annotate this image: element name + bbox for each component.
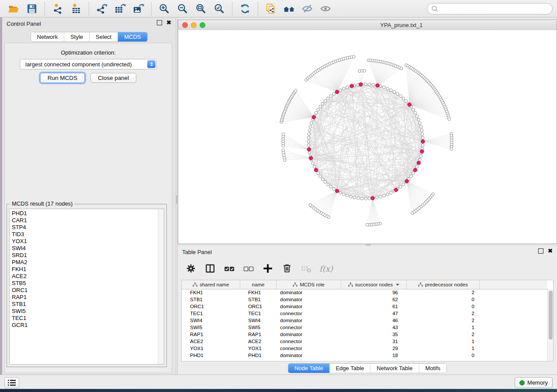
scrollbar-thumb[interactable] (549, 291, 553, 340)
graph-node[interactable] (400, 67, 403, 70)
graph-node[interactable] (332, 93, 336, 96)
graph-node[interactable] (319, 105, 322, 108)
memory-button[interactable]: Memory (515, 377, 553, 388)
graph-node[interactable] (317, 108, 320, 111)
graph-hub-node[interactable] (371, 196, 374, 200)
graph-node[interactable] (390, 191, 393, 194)
graph-hub-node[interactable] (394, 188, 398, 192)
graph-node[interactable] (353, 196, 356, 199)
graph-node[interactable] (368, 197, 371, 200)
table-row[interactable]: RAP1RAP1dominator352 (182, 331, 547, 338)
graph-node[interactable] (294, 89, 298, 92)
graph-node[interactable] (329, 186, 332, 189)
graph-node[interactable] (412, 172, 415, 175)
graph-node[interactable] (368, 83, 371, 86)
import-network-icon[interactable] (51, 2, 64, 15)
table-row[interactable]: TEC1TEC1connector472 (182, 310, 547, 317)
tab-style[interactable]: Style (64, 32, 90, 41)
graph-node[interactable] (346, 86, 349, 89)
graph-node[interactable] (402, 97, 405, 100)
column-header-predecessor-nodes[interactable]: predecessor nodes (407, 280, 480, 289)
graph-node[interactable] (307, 136, 310, 139)
graph-hub-node[interactable] (312, 115, 315, 119)
graph-hub-node[interactable] (350, 84, 353, 88)
graph-node[interactable] (417, 118, 420, 121)
graph-node[interactable] (386, 193, 389, 196)
close-panel-icon[interactable]: ✖ (548, 249, 553, 253)
graph-hub-node[interactable] (408, 103, 411, 107)
graph-hub-node[interactable] (421, 140, 425, 143)
graph-node[interactable] (332, 188, 336, 191)
list-item[interactable]: CAR1 (12, 217, 158, 224)
show-all-icon[interactable] (319, 2, 332, 15)
graph-node[interactable] (419, 122, 422, 125)
graph-node[interactable] (419, 125, 422, 128)
column-header-shared-name[interactable]: shared name (182, 280, 240, 289)
tab-edge-table[interactable]: Edge Table (329, 364, 370, 373)
table-row[interactable]: SWI5SWI5connector431 (182, 324, 547, 331)
graph-node[interactable] (352, 55, 355, 58)
graph-node[interactable] (383, 86, 386, 89)
hide-selected-icon[interactable] (301, 2, 314, 15)
settings-gear-icon[interactable] (185, 263, 197, 275)
graph-node[interactable] (411, 212, 414, 215)
graph-hub-node[interactable] (376, 84, 379, 87)
graph-node[interactable] (405, 100, 408, 103)
tab-network[interactable]: Network (31, 32, 64, 41)
tab-mcds[interactable]: MCDS (118, 32, 147, 41)
table-scrollbar[interactable] (547, 289, 553, 361)
graph-node[interactable] (450, 148, 453, 151)
graph-node[interactable] (383, 194, 386, 197)
graph-hub-node[interactable] (417, 161, 420, 165)
graph-node[interactable] (343, 193, 346, 196)
list-item[interactable]: SWI4 (12, 245, 158, 252)
graph-node[interactable] (319, 175, 322, 178)
delete-column-icon[interactable] (281, 263, 293, 275)
graph-node[interactable] (399, 186, 402, 189)
graph-node[interactable] (309, 203, 312, 206)
import-table-icon[interactable] (69, 2, 83, 15)
graph-node[interactable] (364, 83, 367, 86)
graph-node[interactable] (364, 197, 367, 200)
graph-node[interactable] (321, 102, 324, 105)
column-header-name[interactable]: name (240, 280, 277, 289)
save-icon[interactable] (25, 2, 38, 15)
list-item[interactable]: FKH1 (12, 266, 158, 273)
duplicate-network-icon[interactable] (264, 2, 277, 15)
graph-hub-node[interactable] (314, 168, 318, 172)
add-column-icon[interactable] (262, 263, 273, 275)
graph-node[interactable] (421, 144, 424, 147)
close-window-icon[interactable] (182, 22, 188, 28)
list-item[interactable]: RAP1 (12, 294, 158, 301)
graph-node[interactable] (315, 111, 318, 114)
graph-node[interactable] (313, 165, 316, 168)
list-scrollbar[interactable] (158, 209, 164, 364)
graph-node[interactable] (372, 83, 375, 86)
graph-hub-node[interactable] (359, 83, 362, 86)
graph-node[interactable] (366, 224, 369, 227)
graph-node[interactable] (410, 175, 413, 178)
graph-node[interactable] (324, 180, 327, 183)
graph-node[interactable] (346, 194, 349, 197)
list-item[interactable]: SRD1 (12, 252, 158, 259)
tab-motifs[interactable]: Motifs (419, 364, 446, 373)
graph-node[interactable] (393, 90, 396, 93)
graph-node[interactable] (326, 97, 329, 100)
graph-hub-node[interactable] (335, 90, 339, 93)
graph-node[interactable] (310, 122, 313, 125)
graph-node[interactable] (414, 111, 417, 114)
graph-node[interactable] (375, 196, 378, 199)
close-panel-icon[interactable]: ✖ (166, 21, 171, 25)
export-image-icon[interactable] (132, 2, 145, 15)
graph-node[interactable] (308, 133, 311, 136)
list-item[interactable]: ORC1 (12, 287, 158, 294)
table-row[interactable]: PHD1PHD1dominator180 (182, 352, 547, 359)
graph-node[interactable] (309, 125, 312, 128)
select-all-checkboxes-icon[interactable] (223, 263, 235, 275)
graph-node[interactable] (282, 133, 285, 136)
graph-node[interactable] (311, 162, 315, 165)
list-item[interactable]: STB5 (12, 280, 158, 287)
table-row[interactable]: STB1STB1dominator620 (182, 296, 547, 303)
list-item[interactable]: STP4 (12, 224, 158, 231)
graph-hub-node[interactable] (309, 156, 313, 160)
